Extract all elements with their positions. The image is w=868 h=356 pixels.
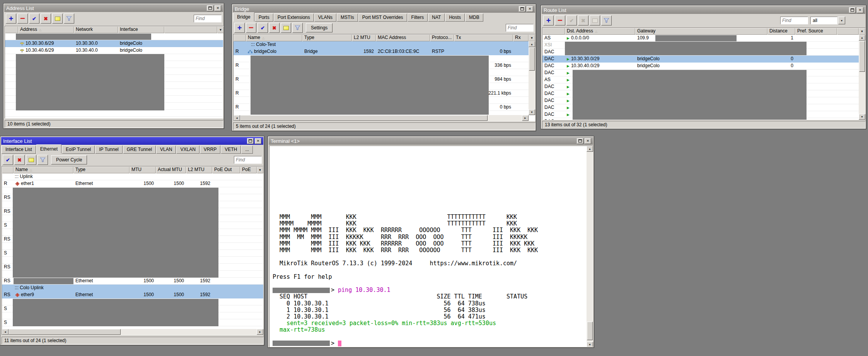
scrollbar-thumb[interactable] [9,329,121,335]
scroll-up-button[interactable]: ▲ [587,146,593,152]
close-button[interactable]: ✕ [585,138,591,144]
table-row-selected[interactable]: RS ether9 Ethernet 1500 1500 1592 [2,292,263,298]
search-input[interactable] [780,17,808,24]
scroll-down-button[interactable]: ▼ [859,114,865,120]
scrollbar-thumb[interactable] [859,41,865,72]
column-header-flags[interactable] [5,26,18,33]
column-header-l2mtu[interactable]: L2 MTU [352,34,376,41]
route-row-redacted[interactable]: DAC▶ [542,70,859,76]
column-header-actual-mtu[interactable]: Actual MTU [156,166,186,173]
column-header-type[interactable]: Type [302,34,352,41]
route-row-redacted[interactable]: DAC [542,49,859,56]
address-list-titlebar[interactable]: Address List ✕ [4,4,223,12]
route-row-redacted[interactable]: DAC▶ [542,111,859,118]
tab-ports[interactable]: Ports [255,14,273,22]
column-header-network[interactable]: Network [74,26,118,33]
table-row-redacted[interactable]: R 336 bps [234,62,529,69]
column-select-button[interactable]: ▼ [217,26,224,33]
route-row-redacted[interactable]: DAC▶ [542,83,859,90]
filter-button[interactable] [601,15,612,25]
comment-button[interactable] [26,155,36,165]
tab-more[interactable]: ... [241,146,253,154]
table-row-selected[interactable]: R bridgeColo Bridge 1592 2C:C8:1B:03:CE:… [234,48,529,55]
tab-port-mst-overrides[interactable]: Port MST Overrides [358,14,407,22]
route-row-selected[interactable]: DAC ▶10.30.30.0/29 bridgeColo 0 [542,56,859,63]
scroll-up-button[interactable]: ▲ [859,35,865,41]
filter-button[interactable] [64,14,74,24]
scrollbar-thumb[interactable] [587,322,593,340]
tab-mstis[interactable]: MSTIs [337,14,358,22]
tab-ethernet[interactable]: Ethernet [36,144,61,154]
column-select-button[interactable]: ▼ [859,28,865,35]
column-header-interface[interactable]: Interface [118,26,164,33]
column-header-mac[interactable]: MAC Address [376,34,430,41]
add-button[interactable]: + [6,14,16,24]
comment-row-selected[interactable]: ::: Colo-Test [234,41,529,48]
tab-vlan[interactable]: VLAN [156,146,176,154]
column-header-dst-address[interactable]: Dst. Address△ [565,28,635,35]
search-input[interactable] [234,156,262,164]
table-row-redacted[interactable]: S [2,250,263,257]
tab-gre-tunnel[interactable]: GRE Tunnel [123,146,156,154]
filter-dropdown-button[interactable]: ▼ [838,17,845,24]
comment-button[interactable] [281,23,291,33]
column-select-button[interactable]: ▼ [257,166,263,173]
remove-button[interactable]: − [246,23,256,33]
remove-button[interactable]: − [17,14,28,24]
table-row-redacted[interactable]: S [2,222,263,229]
column-header-protocol[interactable]: Protoco... [430,34,454,41]
settings-button[interactable]: Settings [306,23,333,32]
maximize-button[interactable] [577,138,583,144]
tab-nat[interactable]: NAT [428,14,445,22]
disable-button[interactable]: ✖ [269,23,280,33]
interface-list-titlebar[interactable]: Interface List ✕ [1,137,263,145]
route-row-redacted[interactable]: DAC▶ [542,104,859,111]
tab-filters[interactable]: Filters [408,14,428,22]
route-row-disabled[interactable]: XSI [542,42,859,49]
filter-button[interactable] [38,155,48,165]
tab-vlans[interactable]: VLANs [314,14,336,22]
table-row[interactable]: 10.30.40.6/29 10.30.40.0 bridgeColo [5,47,223,54]
terminal-content[interactable]: MMM MMM KKK TTTTTTTTTTT KKK MMMM MMMM KK… [269,146,593,347]
column-header-mtu[interactable]: MTU [130,166,156,173]
scroll-down-button[interactable]: ▼ [529,109,535,115]
scrollbar-thumb[interactable] [240,115,488,121]
comment-row-selected[interactable]: ::: Colo Uplink [2,285,263,292]
table-row-redacted[interactable]: RS [2,236,263,243]
disable-button[interactable]: ✖ [41,14,51,24]
vertical-scrollbar[interactable]: ▲ ▼ [859,35,865,120]
table-filter-select[interactable]: all [810,17,837,24]
power-cycle-button[interactable]: Power Cycle [51,155,87,164]
column-header-address[interactable]: Address△ [18,26,74,33]
table-row-redacted[interactable]: S [2,305,263,312]
column-header-poe-out[interactable]: PoE Out [212,166,240,173]
table-row-redacted[interactable]: R 0 bps [234,104,529,111]
add-button[interactable]: + [234,23,245,33]
table-row-redacted[interactable]: RS [2,194,263,201]
scroll-left-button[interactable]: ◄ [2,329,9,335]
horizontal-scrollbar[interactable]: ◄ ► [2,329,263,335]
horizontal-scrollbar[interactable]: ◄ ► [234,115,529,121]
tab-hosts[interactable]: Hosts [445,14,465,22]
maximize-button[interactable] [519,6,525,12]
tab-veth[interactable]: VETH [221,146,241,154]
column-header-tx[interactable]: Tx [454,34,513,41]
scroll-left-button[interactable]: ◄ [234,115,240,121]
table-row-redacted[interactable]: R 221.1 kbps [234,90,529,97]
enable-button[interactable]: ✔ [29,14,39,24]
route-row-redacted[interactable]: AS▶ [542,76,859,83]
maximize-button[interactable] [207,5,213,11]
tab-mdb[interactable]: MDB [465,14,483,22]
table-row-redacted[interactable]: RS [2,208,263,215]
search-input[interactable] [506,24,534,32]
tab-vxlan[interactable]: VXLAN [176,146,199,154]
close-button[interactable]: ✕ [255,138,261,144]
enable-button[interactable]: ✔ [258,23,268,33]
bridge-titlebar[interactable]: Bridge ✕ [233,5,535,13]
terminal-titlebar[interactable]: Terminal <1> ✕ [269,137,593,145]
column-header-gateway[interactable]: Gateway [635,28,767,35]
scroll-down-button[interactable]: ▼ [587,342,593,347]
tab-vrrp[interactable]: VRRP [200,146,220,154]
close-button[interactable]: ✕ [527,6,533,12]
vertical-scrollbar[interactable]: ▲ ▼ [529,41,535,115]
